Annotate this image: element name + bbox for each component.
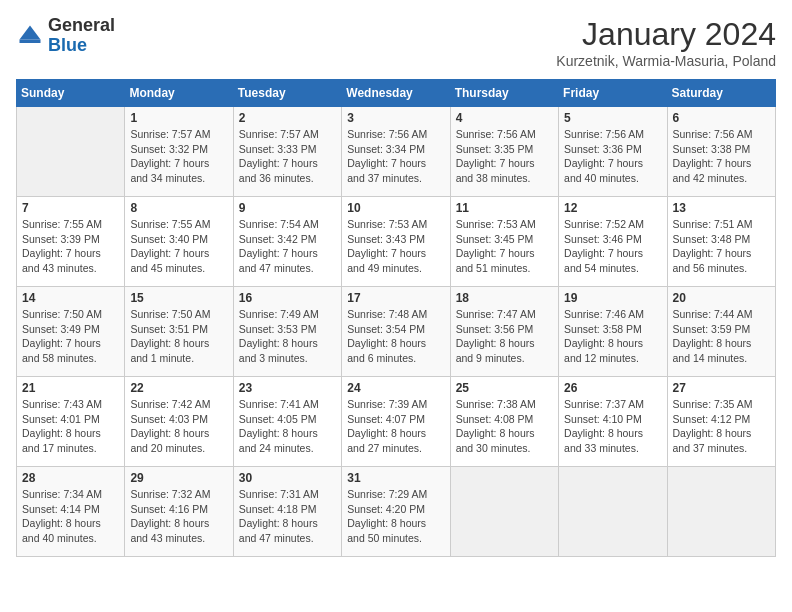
day-number: 29 <box>130 471 227 485</box>
day-number: 12 <box>564 201 661 215</box>
calendar-cell <box>559 467 667 557</box>
day-info: Sunrise: 7:54 AMSunset: 3:42 PMDaylight:… <box>239 217 336 276</box>
calendar-cell: 2Sunrise: 7:57 AMSunset: 3:33 PMDaylight… <box>233 107 341 197</box>
calendar-cell: 13Sunrise: 7:51 AMSunset: 3:48 PMDayligh… <box>667 197 775 287</box>
day-info: Sunrise: 7:55 AMSunset: 3:39 PMDaylight:… <box>22 217 119 276</box>
weekday-header: Saturday <box>667 80 775 107</box>
location-subtitle: Kurzetnik, Warmia-Masuria, Poland <box>556 53 776 69</box>
day-number: 7 <box>22 201 119 215</box>
calendar-cell: 12Sunrise: 7:52 AMSunset: 3:46 PMDayligh… <box>559 197 667 287</box>
day-number: 10 <box>347 201 444 215</box>
calendar-week-row: 1Sunrise: 7:57 AMSunset: 3:32 PMDaylight… <box>17 107 776 197</box>
month-title: January 2024 <box>556 16 776 53</box>
day-info: Sunrise: 7:56 AMSunset: 3:38 PMDaylight:… <box>673 127 770 186</box>
calendar-cell: 24Sunrise: 7:39 AMSunset: 4:07 PMDayligh… <box>342 377 450 467</box>
day-info: Sunrise: 7:50 AMSunset: 3:51 PMDaylight:… <box>130 307 227 366</box>
day-number: 5 <box>564 111 661 125</box>
day-info: Sunrise: 7:32 AMSunset: 4:16 PMDaylight:… <box>130 487 227 546</box>
calendar-cell: 4Sunrise: 7:56 AMSunset: 3:35 PMDaylight… <box>450 107 558 197</box>
day-info: Sunrise: 7:42 AMSunset: 4:03 PMDaylight:… <box>130 397 227 456</box>
weekday-header: Thursday <box>450 80 558 107</box>
svg-rect-1 <box>20 39 41 43</box>
day-number: 31 <box>347 471 444 485</box>
day-info: Sunrise: 7:31 AMSunset: 4:18 PMDaylight:… <box>239 487 336 546</box>
day-number: 20 <box>673 291 770 305</box>
calendar-table: SundayMondayTuesdayWednesdayThursdayFrid… <box>16 79 776 557</box>
day-info: Sunrise: 7:56 AMSunset: 3:36 PMDaylight:… <box>564 127 661 186</box>
calendar-cell: 30Sunrise: 7:31 AMSunset: 4:18 PMDayligh… <box>233 467 341 557</box>
calendar-cell: 9Sunrise: 7:54 AMSunset: 3:42 PMDaylight… <box>233 197 341 287</box>
day-number: 16 <box>239 291 336 305</box>
day-info: Sunrise: 7:57 AMSunset: 3:32 PMDaylight:… <box>130 127 227 186</box>
calendar-cell: 1Sunrise: 7:57 AMSunset: 3:32 PMDaylight… <box>125 107 233 197</box>
page-header: General Blue January 2024 Kurzetnik, War… <box>16 16 776 69</box>
logo-general: General <box>48 15 115 35</box>
calendar-cell: 27Sunrise: 7:35 AMSunset: 4:12 PMDayligh… <box>667 377 775 467</box>
logo: General Blue <box>16 16 115 56</box>
day-info: Sunrise: 7:41 AMSunset: 4:05 PMDaylight:… <box>239 397 336 456</box>
day-number: 24 <box>347 381 444 395</box>
day-info: Sunrise: 7:38 AMSunset: 4:08 PMDaylight:… <box>456 397 553 456</box>
day-number: 3 <box>347 111 444 125</box>
day-number: 17 <box>347 291 444 305</box>
day-number: 30 <box>239 471 336 485</box>
day-number: 13 <box>673 201 770 215</box>
calendar-week-row: 14Sunrise: 7:50 AMSunset: 3:49 PMDayligh… <box>17 287 776 377</box>
day-info: Sunrise: 7:53 AMSunset: 3:45 PMDaylight:… <box>456 217 553 276</box>
calendar-cell: 3Sunrise: 7:56 AMSunset: 3:34 PMDaylight… <box>342 107 450 197</box>
day-number: 1 <box>130 111 227 125</box>
day-info: Sunrise: 7:29 AMSunset: 4:20 PMDaylight:… <box>347 487 444 546</box>
day-info: Sunrise: 7:37 AMSunset: 4:10 PMDaylight:… <box>564 397 661 456</box>
day-number: 21 <box>22 381 119 395</box>
calendar-cell: 18Sunrise: 7:47 AMSunset: 3:56 PMDayligh… <box>450 287 558 377</box>
day-number: 19 <box>564 291 661 305</box>
logo-blue: Blue <box>48 35 87 55</box>
calendar-cell: 28Sunrise: 7:34 AMSunset: 4:14 PMDayligh… <box>17 467 125 557</box>
day-number: 8 <box>130 201 227 215</box>
calendar-cell: 23Sunrise: 7:41 AMSunset: 4:05 PMDayligh… <box>233 377 341 467</box>
calendar-cell <box>17 107 125 197</box>
calendar-cell <box>667 467 775 557</box>
calendar-cell: 11Sunrise: 7:53 AMSunset: 3:45 PMDayligh… <box>450 197 558 287</box>
day-info: Sunrise: 7:57 AMSunset: 3:33 PMDaylight:… <box>239 127 336 186</box>
day-info: Sunrise: 7:46 AMSunset: 3:58 PMDaylight:… <box>564 307 661 366</box>
day-info: Sunrise: 7:39 AMSunset: 4:07 PMDaylight:… <box>347 397 444 456</box>
day-info: Sunrise: 7:55 AMSunset: 3:40 PMDaylight:… <box>130 217 227 276</box>
weekday-header: Wednesday <box>342 80 450 107</box>
day-number: 6 <box>673 111 770 125</box>
day-info: Sunrise: 7:56 AMSunset: 3:34 PMDaylight:… <box>347 127 444 186</box>
day-number: 27 <box>673 381 770 395</box>
day-number: 11 <box>456 201 553 215</box>
day-number: 23 <box>239 381 336 395</box>
day-number: 14 <box>22 291 119 305</box>
calendar-cell: 8Sunrise: 7:55 AMSunset: 3:40 PMDaylight… <box>125 197 233 287</box>
day-info: Sunrise: 7:53 AMSunset: 3:43 PMDaylight:… <box>347 217 444 276</box>
day-number: 9 <box>239 201 336 215</box>
calendar-cell: 5Sunrise: 7:56 AMSunset: 3:36 PMDaylight… <box>559 107 667 197</box>
calendar-cell: 21Sunrise: 7:43 AMSunset: 4:01 PMDayligh… <box>17 377 125 467</box>
day-number: 25 <box>456 381 553 395</box>
calendar-cell: 10Sunrise: 7:53 AMSunset: 3:43 PMDayligh… <box>342 197 450 287</box>
calendar-cell: 6Sunrise: 7:56 AMSunset: 3:38 PMDaylight… <box>667 107 775 197</box>
calendar-cell: 26Sunrise: 7:37 AMSunset: 4:10 PMDayligh… <box>559 377 667 467</box>
calendar-cell: 17Sunrise: 7:48 AMSunset: 3:54 PMDayligh… <box>342 287 450 377</box>
calendar-cell: 14Sunrise: 7:50 AMSunset: 3:49 PMDayligh… <box>17 287 125 377</box>
calendar-cell: 20Sunrise: 7:44 AMSunset: 3:59 PMDayligh… <box>667 287 775 377</box>
day-info: Sunrise: 7:44 AMSunset: 3:59 PMDaylight:… <box>673 307 770 366</box>
day-number: 15 <box>130 291 227 305</box>
logo-text: General Blue <box>48 16 115 56</box>
day-info: Sunrise: 7:56 AMSunset: 3:35 PMDaylight:… <box>456 127 553 186</box>
calendar-cell: 25Sunrise: 7:38 AMSunset: 4:08 PMDayligh… <box>450 377 558 467</box>
calendar-cell: 7Sunrise: 7:55 AMSunset: 3:39 PMDaylight… <box>17 197 125 287</box>
day-number: 18 <box>456 291 553 305</box>
title-block: January 2024 Kurzetnik, Warmia-Masuria, … <box>556 16 776 69</box>
calendar-cell: 31Sunrise: 7:29 AMSunset: 4:20 PMDayligh… <box>342 467 450 557</box>
day-number: 28 <box>22 471 119 485</box>
weekday-header: Monday <box>125 80 233 107</box>
day-info: Sunrise: 7:52 AMSunset: 3:46 PMDaylight:… <box>564 217 661 276</box>
day-number: 2 <box>239 111 336 125</box>
weekday-header-row: SundayMondayTuesdayWednesdayThursdayFrid… <box>17 80 776 107</box>
calendar-week-row: 7Sunrise: 7:55 AMSunset: 3:39 PMDaylight… <box>17 197 776 287</box>
calendar-cell: 22Sunrise: 7:42 AMSunset: 4:03 PMDayligh… <box>125 377 233 467</box>
calendar-cell: 15Sunrise: 7:50 AMSunset: 3:51 PMDayligh… <box>125 287 233 377</box>
